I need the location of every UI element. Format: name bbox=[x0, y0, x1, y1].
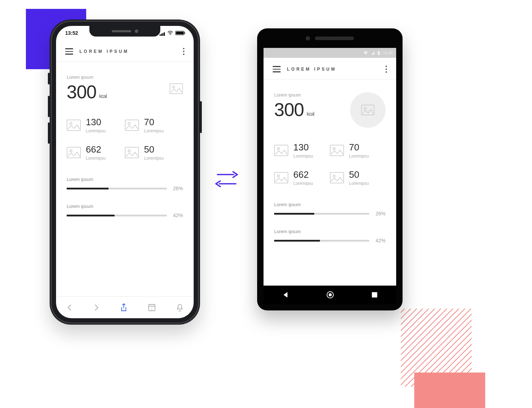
progress-label: Lorem ipsum bbox=[67, 204, 183, 209]
svg-rect-23 bbox=[330, 172, 344, 183]
hero-unit: kcal bbox=[307, 111, 314, 117]
stat-label: Loremipsu bbox=[349, 154, 369, 159]
overflow-menu-icon[interactable] bbox=[183, 48, 184, 55]
stat-label: Loremipsu bbox=[144, 156, 164, 161]
iphone-volume-down bbox=[48, 122, 50, 144]
svg-point-22 bbox=[277, 175, 279, 177]
stat-value: 70 bbox=[349, 142, 369, 153]
stat-value: 70 bbox=[144, 117, 164, 128]
decor-coral-block bbox=[414, 373, 485, 408]
progress-track bbox=[274, 240, 369, 242]
image-placeholder-icon bbox=[67, 147, 81, 158]
stats-grid-ios: 130Loremipsu70Loremipsu662Loremipsu50Lor… bbox=[56, 106, 194, 164]
progress-label: Lorem ipsum bbox=[274, 202, 386, 207]
svg-point-16 bbox=[364, 107, 366, 110]
recent-apps-icon[interactable] bbox=[371, 292, 378, 298]
stat-label: Loremipsu bbox=[86, 128, 106, 133]
svg-point-0 bbox=[170, 34, 171, 35]
battery-icon bbox=[175, 31, 184, 35]
wifi-icon bbox=[167, 31, 173, 35]
image-placeholder-icon bbox=[330, 172, 344, 183]
back-button-icon[interactable] bbox=[282, 291, 289, 298]
progress-item: Lorem ipsum42% bbox=[67, 204, 183, 218]
cellular-signal-icon bbox=[160, 30, 165, 36]
notifications-icon[interactable] bbox=[176, 303, 183, 312]
svg-rect-19 bbox=[330, 145, 344, 156]
svg-rect-1 bbox=[170, 83, 183, 93]
svg-rect-9 bbox=[125, 147, 139, 158]
tabs-icon[interactable]: 1 bbox=[148, 304, 156, 311]
ios-bottom-toolbar: 1 bbox=[56, 296, 194, 318]
svg-rect-3 bbox=[67, 120, 81, 131]
progress-label: Lorem ipsum bbox=[67, 177, 183, 182]
hero-unit: kcal bbox=[99, 93, 107, 99]
iphone-frame: 13:52 LOREM IPSUM Lorem ipsum bbox=[50, 20, 200, 325]
svg-point-6 bbox=[128, 122, 130, 125]
progress-label: Lorem ipsum bbox=[274, 229, 386, 234]
svg-rect-7 bbox=[67, 147, 81, 158]
iphone-mute-switch bbox=[48, 73, 50, 84]
svg-point-2 bbox=[173, 86, 175, 88]
hero-avatar-placeholder bbox=[350, 92, 386, 128]
wifi-icon bbox=[363, 51, 368, 55]
battery-icon bbox=[377, 51, 380, 55]
stat-item: 130Loremipsu bbox=[67, 117, 125, 133]
image-placeholder-icon bbox=[170, 75, 183, 103]
stat-item: 662Loremipsu bbox=[274, 169, 330, 186]
android-nav-bar bbox=[264, 286, 396, 304]
progress-percent: 26% bbox=[173, 186, 183, 191]
stat-value: 50 bbox=[349, 169, 369, 180]
stat-item: 70Loremipsu bbox=[330, 142, 386, 159]
svg-point-26 bbox=[329, 293, 332, 296]
progress-item: Lorem ipsum26% bbox=[67, 177, 183, 191]
swap-arrows-icon bbox=[211, 167, 242, 192]
ios-clock: 13:52 bbox=[65, 30, 78, 36]
stat-item: 130Loremipsu bbox=[274, 142, 330, 159]
app-title: LOREM IPSUM bbox=[79, 49, 129, 54]
hero-label: Lorem ipsum bbox=[67, 75, 107, 80]
progress-track bbox=[274, 213, 369, 215]
svg-point-8 bbox=[70, 150, 72, 152]
app-content-ios: LOREM IPSUM Lorem ipsum 300 kcal 130Lore… bbox=[56, 40, 194, 296]
stat-label: Loremipsu bbox=[144, 128, 164, 133]
menu-icon[interactable] bbox=[65, 48, 73, 55]
app-content-android: LOREM IPSUM Lorem ipsum 300 kcal 130Lore… bbox=[264, 58, 396, 286]
overflow-menu-icon[interactable] bbox=[386, 66, 387, 73]
android-earpiece bbox=[315, 37, 354, 40]
stat-item: 50Loremipsu bbox=[125, 144, 183, 161]
android-frame: 15:45 LOREM IPSUM Lorem ipsum 300 kcal bbox=[257, 28, 403, 310]
home-button-icon[interactable] bbox=[326, 291, 334, 299]
progress-track bbox=[67, 188, 167, 189]
svg-rect-5 bbox=[125, 120, 139, 131]
image-placeholder-icon bbox=[274, 145, 288, 156]
stat-label: Loremipsu bbox=[349, 181, 369, 186]
progress-list-android: Lorem ipsum26%Lorem ipsum42% bbox=[264, 189, 396, 243]
svg-point-24 bbox=[333, 175, 335, 177]
image-placeholder-icon bbox=[125, 120, 139, 131]
iphone-earpiece bbox=[112, 30, 131, 32]
cellular-signal-icon bbox=[371, 51, 375, 55]
back-icon[interactable] bbox=[66, 304, 73, 311]
stat-item: 70Loremipsu bbox=[125, 117, 183, 133]
progress-percent: 42% bbox=[376, 238, 386, 243]
progress-fill bbox=[67, 215, 115, 216]
stat-label: Loremipsu bbox=[293, 154, 313, 159]
svg-point-20 bbox=[333, 148, 335, 150]
image-placeholder-icon bbox=[330, 145, 344, 156]
stat-value: 130 bbox=[293, 142, 313, 153]
iphone-screen: 13:52 LOREM IPSUM Lorem ipsum bbox=[56, 26, 194, 318]
android-clock: 15:45 bbox=[383, 51, 393, 55]
svg-point-4 bbox=[70, 122, 72, 125]
svg-rect-21 bbox=[275, 172, 288, 183]
hero-value: 300 bbox=[274, 99, 304, 120]
progress-track bbox=[67, 215, 167, 216]
forward-icon[interactable] bbox=[93, 304, 100, 311]
progress-percent: 42% bbox=[173, 213, 183, 218]
menu-icon[interactable] bbox=[273, 66, 281, 72]
svg-rect-27 bbox=[372, 292, 377, 297]
stat-value: 662 bbox=[293, 169, 313, 180]
image-placeholder-icon bbox=[125, 147, 139, 158]
share-icon[interactable] bbox=[120, 303, 127, 312]
progress-item: Lorem ipsum42% bbox=[274, 229, 386, 243]
hero-label: Lorem ipsum bbox=[274, 92, 314, 98]
